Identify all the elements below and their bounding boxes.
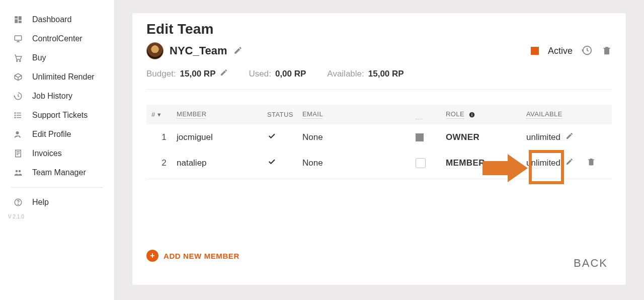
chevron-down-icon: ▾ (490, 158, 495, 168)
svg-point-8 (15, 115, 16, 116)
sidebar-item-help[interactable]: Help (4, 193, 110, 212)
edit-team-card: Edit Team NYC_Team Active (132, 13, 626, 285)
svg-point-18 (471, 113, 472, 113)
divider (11, 187, 103, 188)
back-button[interactable]: BACK (574, 257, 608, 270)
sidebar-item-label: Buy (32, 53, 46, 62)
check-icon (267, 131, 302, 143)
team-header: NYC_Team Active (146, 42, 612, 59)
budget-row: Budget: 15,00 RP Used: 0,00 RP Available… (146, 59, 612, 90)
page-title: Edit Team (146, 21, 612, 37)
edit-available-button[interactable] (566, 158, 574, 168)
svg-point-6 (20, 60, 21, 61)
delete-team-button[interactable] (602, 45, 612, 57)
role-select[interactable]: MEMBER ▾ (446, 158, 526, 168)
box-icon (13, 72, 23, 82)
svg-point-13 (19, 170, 21, 173)
delete-member-button[interactable] (587, 159, 596, 168)
status-indicator (531, 47, 539, 55)
svg-rect-3 (19, 21, 22, 23)
available-value: unlimited (526, 158, 560, 168)
svg-point-10 (16, 131, 19, 134)
used-value: 0,00 RP (275, 69, 306, 79)
invoice-icon (13, 149, 23, 158)
table-row: 2nataliepNoneMEMBER ▾unlimited (146, 150, 612, 176)
table-header: # ▾ MEMBER STATUS EMAIL ROLE AVAILABLE (146, 105, 612, 124)
info-icon (468, 111, 475, 118)
member-name: jocmiguel (177, 132, 267, 142)
sidebar-item-dashboard[interactable]: Dashboard (4, 10, 110, 29)
sidebar-item-support-tickets[interactable]: Support Tickets (4, 106, 110, 125)
col-download[interactable] (416, 110, 446, 119)
col-available[interactable]: AVAILABLE (526, 110, 587, 119)
svg-point-15 (18, 204, 18, 204)
budget-label: Budget: (146, 69, 176, 79)
edit-available-button[interactable] (566, 132, 574, 142)
table-row: 1jocmiguelNoneOWNER unlimited (146, 124, 612, 150)
sidebar-item-job-history[interactable]: Job History (4, 87, 110, 106)
svg-rect-2 (15, 19, 18, 23)
svg-point-5 (17, 60, 18, 61)
team-icon (13, 168, 23, 177)
sidebar-item-label: Support Tickets (32, 111, 88, 120)
row-num: 1 (151, 132, 177, 142)
sidebar-item-buy[interactable]: Buy (4, 48, 110, 67)
sidebar: DashboardControlCenterBuyUnlimited Rende… (0, 0, 114, 300)
main: Edit Team NYC_Team Active (114, 0, 644, 300)
dashboard-icon (13, 15, 23, 24)
sidebar-item-label: Invoices (32, 149, 62, 158)
history-icon[interactable] (582, 45, 593, 57)
sidebar-item-label: Edit Profile (32, 130, 71, 139)
sidebar-item-unlimited-render[interactable]: Unlimited Render (4, 67, 110, 87)
col-role[interactable]: ROLE (446, 110, 526, 119)
sidebar-item-controlcenter[interactable]: ControlCenter (4, 29, 110, 48)
svg-point-9 (15, 117, 16, 118)
sidebar-item-label: Dashboard (32, 15, 71, 24)
status-label: Active (548, 46, 573, 56)
sidebar-item-label: Unlimited Render (32, 72, 95, 82)
svg-rect-4 (15, 36, 22, 40)
edit-budget-button[interactable] (220, 68, 228, 79)
list-icon (13, 111, 23, 120)
members-table: # ▾ MEMBER STATUS EMAIL ROLE AVAILABLE 1… (146, 105, 612, 179)
sidebar-item-team-manager[interactable]: Team Manager (4, 163, 110, 182)
row-num: 2 (151, 158, 177, 168)
help-icon (13, 198, 23, 207)
member-name: nataliep (177, 158, 267, 168)
col-email[interactable]: EMAIL (302, 110, 416, 119)
add-member-button[interactable]: + ADD NEW MEMBER (146, 250, 612, 262)
team-avatar (146, 42, 164, 59)
svg-point-7 (15, 113, 16, 114)
svg-rect-1 (19, 16, 22, 20)
available-value: unlimited (526, 132, 560, 142)
sidebar-item-label: ControlCenter (32, 34, 83, 43)
monitor-icon (13, 34, 23, 43)
svg-rect-17 (471, 114, 472, 116)
edit-team-name-button[interactable] (233, 46, 243, 56)
col-member[interactable]: MEMBER (177, 110, 267, 119)
budget-value: 15,00 RP (180, 69, 216, 79)
download-toggle[interactable] (416, 158, 426, 168)
history-icon (13, 92, 23, 101)
plus-icon: + (146, 250, 158, 262)
svg-rect-0 (15, 16, 18, 19)
sidebar-item-label: Team Manager (32, 168, 86, 177)
user-edit-icon (13, 130, 23, 139)
sidebar-item-edit-profile[interactable]: Edit Profile (4, 125, 110, 144)
sidebar-item-invoices[interactable]: Invoices (4, 144, 110, 163)
check-icon (267, 157, 302, 169)
sidebar-item-label: Job History (32, 92, 72, 101)
sidebar-item-label: Help (32, 198, 49, 207)
member-email: None (302, 158, 416, 168)
available-value: 15,00 RP (368, 69, 404, 79)
role-select: OWNER (446, 132, 526, 142)
used-label: Used: (249, 69, 271, 79)
available-label: Available: (327, 69, 364, 79)
version-label: V 2.1.0 (4, 214, 110, 219)
col-num[interactable]: # ▾ (151, 111, 177, 118)
col-status[interactable]: STATUS (267, 111, 302, 118)
svg-point-12 (16, 170, 18, 173)
add-member-label: ADD NEW MEMBER (164, 252, 239, 260)
cart-icon (13, 53, 23, 62)
download-toggle[interactable] (416, 133, 424, 141)
